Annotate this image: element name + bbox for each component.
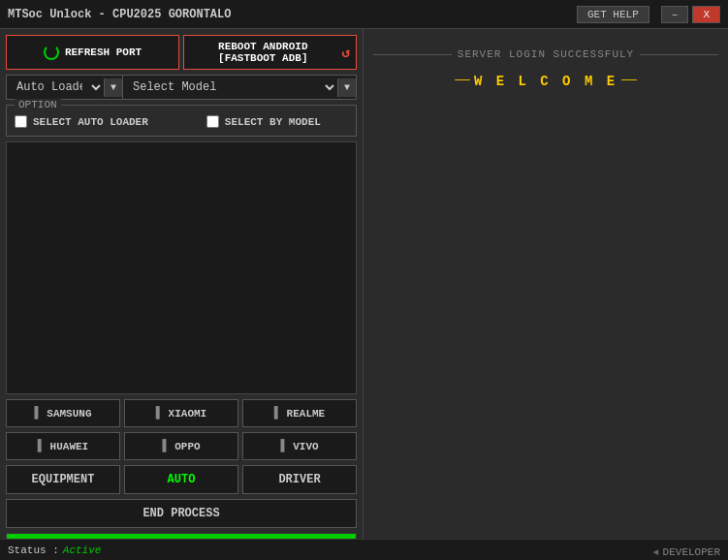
dropdowns-row: Auto Loader ▼ Select Model ▼	[6, 75, 357, 100]
vivo-phone-icon: ▌	[280, 439, 288, 453]
refresh-icon	[44, 45, 59, 60]
title-bar: MTSoc Unlock - CPU2025 GORONTALO GET HEL…	[0, 0, 728, 29]
equipment-button[interactable]: EQUIPMENT	[6, 465, 120, 494]
select-model-dropdown-container: Select Model ▼	[122, 75, 357, 100]
vivo-button[interactable]: ▌ VIVO	[242, 432, 357, 460]
auto-loader-arrow[interactable]: ▼	[104, 78, 122, 97]
welcome-dash-left: ——	[455, 73, 470, 87]
realme-phone-icon: ▌	[274, 406, 282, 420]
welcome-text: W E L C O M E	[474, 74, 617, 89]
select-auto-loader-option[interactable]: SELECT AUTO LOADER	[15, 115, 148, 128]
options-box: OPTION SELECT AUTO LOADER SELECT BY MODE…	[6, 105, 357, 137]
auto-loader-checkbox[interactable]	[15, 115, 27, 128]
driver-button[interactable]: DRIVER	[242, 465, 357, 494]
brand-buttons-row-1: ▌ SAMSUNG ▌ XIAOMI ▌ REALME	[6, 399, 357, 427]
reboot-icon: ↺	[342, 45, 350, 61]
xiaomi-button[interactable]: ▌ XIAOMI	[124, 399, 238, 427]
samsung-label: SAMSUNG	[47, 408, 91, 420]
get-help-button[interactable]: GET HELP	[577, 6, 649, 23]
minimize-button[interactable]: –	[661, 6, 689, 23]
huawei-label: HUAWEI	[50, 441, 89, 452]
select-model-arrow[interactable]: ▼	[337, 78, 356, 97]
by-model-checkbox[interactable]	[206, 115, 219, 128]
huawei-phone-icon: ▌	[38, 439, 46, 453]
log-area	[6, 141, 357, 394]
server-line-right	[640, 54, 718, 55]
realme-label: REALME	[287, 408, 326, 420]
auto-loader-select[interactable]: Auto Loader	[7, 76, 104, 99]
main-layout: REFRESH PORT REBOOT ANDROID [FASTBOOT AD…	[0, 29, 728, 560]
select-model-select[interactable]: Select Model	[123, 76, 337, 99]
server-login-text: SERVER LOGIN SUCCESSFULY	[458, 48, 634, 60]
top-buttons-row: REFRESH PORT REBOOT ANDROID [FASTBOOT AD…	[6, 35, 357, 70]
reboot-label: REBOOT ANDROID [FASTBOOT ADB]	[190, 41, 336, 64]
xiaomi-phone-icon: ▌	[156, 406, 164, 420]
welcome-row: —— W E L C O M E ——	[455, 70, 636, 89]
auto-button[interactable]: AUTO	[124, 465, 238, 494]
end-process-button[interactable]: END PROCESS	[6, 499, 357, 528]
samsung-phone-icon: ▌	[34, 406, 42, 420]
huawei-button[interactable]: ▌ HUAWEI	[6, 432, 120, 460]
options-checkboxes: SELECT AUTO LOADER SELECT BY MODEL	[15, 111, 348, 128]
left-panel: REFRESH PORT REBOOT ANDROID [FASTBOOT AD…	[0, 29, 364, 560]
oppo-phone-icon: ▌	[162, 439, 170, 453]
dev-icon: ◄	[653, 547, 659, 558]
select-by-model-option[interactable]: SELECT BY MODEL	[206, 115, 321, 128]
developer-label: ◄ DEVELOPER	[653, 546, 720, 558]
status-value: Active	[63, 544, 102, 556]
samsung-button[interactable]: ▌ SAMSUNG	[6, 399, 120, 427]
oppo-button[interactable]: ▌ OPPO	[124, 432, 238, 460]
auto-loader-option-label: SELECT AUTO LOADER	[33, 116, 148, 128]
developer-text: DEVELOPER	[663, 546, 720, 558]
refresh-port-button[interactable]: REFRESH PORT	[6, 35, 179, 70]
bottom-bar: Status : Active ◄ DEVELOPER	[0, 539, 728, 560]
bottom-status: Status : Active	[8, 544, 101, 556]
vivo-label: VIVO	[293, 441, 318, 452]
server-line-left	[373, 54, 452, 55]
options-label: OPTION	[15, 99, 61, 110]
by-model-option-label: SELECT BY MODEL	[225, 116, 321, 128]
oppo-label: OPPO	[174, 441, 200, 452]
reboot-android-button[interactable]: REBOOT ANDROID [FASTBOOT ADB] ↺	[183, 35, 357, 70]
auto-loader-dropdown-container: Auto Loader ▼	[6, 75, 122, 100]
close-button[interactable]: X	[692, 6, 720, 23]
app-title: MTSoc Unlock - CPU2025 GORONTALO	[8, 8, 231, 21]
xiaomi-label: XIAOMI	[169, 408, 207, 420]
title-controls: GET HELP – X	[577, 6, 720, 23]
brand-buttons-row-2: ▌ HUAWEI ▌ OPPO ▌ VIVO	[6, 432, 357, 460]
welcome-dash-right: ——	[621, 73, 637, 87]
server-login-line: SERVER LOGIN SUCCESSFULY	[373, 48, 718, 60]
status-label: Status :	[8, 544, 59, 556]
action-buttons-row: EQUIPMENT AUTO DRIVER	[6, 465, 357, 494]
refresh-port-label: REFRESH PORT	[65, 47, 142, 58]
right-panel: SERVER LOGIN SUCCESSFULY —— W E L C O M …	[364, 29, 728, 560]
realme-button[interactable]: ▌ REALME	[242, 399, 357, 427]
